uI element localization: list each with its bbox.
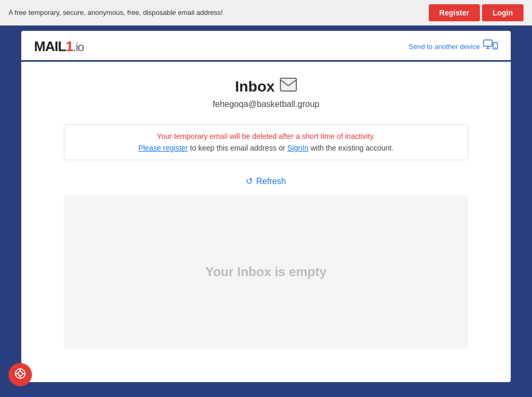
refresh-icon: ↺: [246, 176, 253, 186]
inbox-empty-text: Your Inbox is empty: [205, 264, 327, 279]
please-register-link[interactable]: Please register: [138, 144, 188, 152]
help-icon: [14, 368, 26, 382]
warning-mid: to keep this email address or: [188, 144, 287, 152]
card-header: MAIL1.io Send to another device: [21, 31, 511, 62]
auth-buttons: Register Login: [429, 4, 523, 21]
top-banner: A free temporary, secure, anonymous, fre…: [0, 0, 532, 26]
logo: MAIL1.io: [34, 38, 84, 55]
inbox-email: fehegoqa@basketball.group: [32, 100, 500, 109]
send-to-device-label: Send to another device: [409, 43, 480, 51]
login-button[interactable]: Login: [482, 4, 523, 21]
refresh-link[interactable]: ↺ Refresh: [246, 176, 286, 186]
banner-text: A free temporary, secure, anonymous, fre…: [9, 9, 223, 16]
svg-rect-0: [484, 40, 492, 46]
warning-box: Your temporary email will be deleted aft…: [64, 124, 468, 160]
inbox-title: Inbox: [32, 78, 500, 95]
warning-post: with the existing account.: [309, 144, 394, 152]
device-icon: [483, 39, 498, 54]
main-card: MAIL1.io Send to another device Inbox: [21, 31, 511, 382]
register-button[interactable]: Register: [429, 4, 480, 21]
svg-rect-5: [280, 78, 296, 91]
warning-line2: Please register to keep this email addre…: [75, 144, 457, 152]
logo-mail: MAIL: [34, 38, 66, 54]
warning-line1: Your temporary email will be deleted aft…: [75, 132, 457, 140]
inbox-icon: [280, 78, 297, 95]
svg-point-7: [18, 371, 22, 376]
refresh-area: ↺ Refresh: [21, 170, 511, 195]
send-to-device-link[interactable]: Send to another device: [409, 39, 498, 54]
refresh-label: Refresh: [256, 177, 286, 186]
logo-one: 1: [66, 38, 73, 54]
inbox-title-text: Inbox: [235, 78, 275, 95]
inbox-empty-area: Your Inbox is empty: [64, 195, 468, 349]
inbox-section: Inbox fehegoqa@basketball.group: [21, 62, 511, 114]
left-sidebar: [0, 26, 21, 397]
help-button[interactable]: [9, 363, 32, 386]
logo-io: .io: [73, 40, 84, 54]
signin-link[interactable]: SignIn: [287, 144, 309, 152]
